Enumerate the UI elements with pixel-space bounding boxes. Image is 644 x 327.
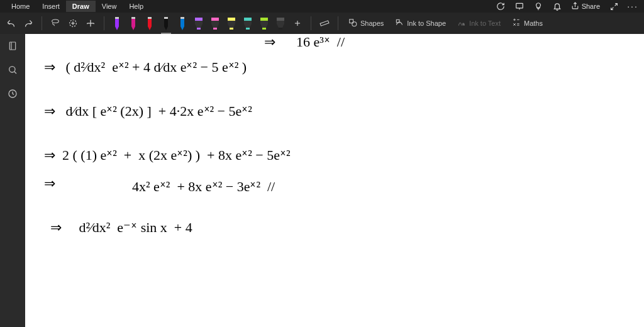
menubar: Home Insert Draw View Help Share ···	[0, 0, 644, 13]
share-button[interactable]: Share	[571, 2, 600, 11]
fullscreen-icon[interactable]	[609, 1, 619, 11]
insert-space-button[interactable]	[66, 16, 80, 30]
hw-line-3: ⇒ 2 ( (1) eˣ² + x (2x eˣ²) ) + 8x eˣ² − …	[44, 147, 291, 164]
svg-rect-27	[277, 18, 284, 21]
redo-button[interactable]	[21, 16, 35, 30]
svg-line-3	[614, 3, 617, 6]
maths-button[interactable]: Maths	[508, 17, 547, 30]
pen-blue[interactable]	[176, 15, 189, 31]
svg-rect-31	[320, 21, 329, 26]
svg-rect-15	[164, 17, 168, 19]
hl-yellow[interactable]	[225, 15, 238, 31]
pen-purple[interactable]	[111, 15, 123, 31]
bell-icon[interactable]	[552, 1, 562, 11]
shapes-button[interactable]: Shapes	[345, 17, 387, 30]
ink-to-shape-label: Ink to Shape	[407, 19, 446, 27]
maths-label: Maths	[524, 19, 543, 27]
lightbulb-icon[interactable]	[533, 1, 543, 11]
undo-button[interactable]	[4, 16, 18, 30]
svg-rect-25	[260, 18, 268, 21]
svg-point-45	[9, 67, 15, 72]
svg-line-4	[611, 7, 613, 9]
notebooks-icon[interactable]	[6, 39, 19, 53]
ruler-button[interactable]	[318, 16, 331, 30]
maths-icon	[512, 18, 521, 28]
menu-home[interactable]: Home	[5, 1, 36, 12]
pen-black[interactable]	[160, 15, 172, 31]
svg-rect-26	[262, 28, 266, 30]
ink-canvas[interactable]: ⇒ 16 e³ˣ // ⇒ ( d²⁄dx² eˣ² + 4 d⁄dx eˣ² …	[25, 34, 644, 327]
ink-to-text-icon: a	[457, 18, 466, 28]
lasso-select-button[interactable]	[48, 16, 62, 30]
svg-rect-12	[115, 17, 119, 19]
left-sidebar	[0, 34, 25, 327]
search-icon[interactable]	[6, 63, 19, 77]
hw-line-2: ⇒ d⁄dx [ eˣ² (2x) ] + 4·2x eˣ² − 5eˣ²	[44, 103, 252, 119]
pen-magenta[interactable]	[127, 15, 140, 31]
svg-rect-17	[195, 18, 203, 21]
svg-rect-23	[244, 18, 252, 21]
more-icon[interactable]: ···	[628, 1, 638, 11]
menu-insert[interactable]: Insert	[36, 1, 66, 12]
svg-rect-20	[213, 28, 217, 30]
ink-to-shape-button[interactable]: Ink to Shape	[391, 17, 450, 30]
svg-rect-43	[9, 42, 15, 50]
svg-text:a: a	[462, 22, 465, 26]
svg-rect-0	[516, 3, 523, 8]
hl-green[interactable]	[258, 15, 270, 31]
ink-to-text-label: Ink to Text	[469, 19, 501, 27]
svg-rect-21	[228, 18, 235, 21]
recent-icon[interactable]	[6, 87, 19, 101]
svg-rect-14	[148, 17, 152, 19]
svg-rect-28	[279, 28, 282, 30]
svg-rect-13	[131, 17, 135, 19]
svg-point-33	[352, 22, 357, 26]
eraser-button[interactable]	[84, 16, 97, 30]
share-label: Share	[582, 3, 600, 10]
hw-line-1: ⇒ ( d²⁄dx² eˣ² + 4 d⁄dx eˣ² − 5 eˣ² )	[44, 59, 247, 75]
svg-rect-16	[180, 17, 184, 19]
hw-line-4: ⇒	[44, 175, 55, 192]
pen-gallery	[111, 15, 304, 31]
svg-rect-18	[197, 28, 201, 30]
present-icon[interactable]	[514, 1, 525, 11]
draw-ribbon: Shapes Ink to Shape a Ink to Text Maths	[0, 13, 644, 34]
menu-help[interactable]: Help	[123, 1, 150, 12]
hw-line-5: ⇒ d²⁄dx² e⁻ˣ sin x + 4	[50, 219, 192, 236]
share-icon	[571, 2, 579, 11]
pen-red[interactable]	[143, 15, 156, 31]
shapes-label: Shapes	[360, 19, 384, 27]
hw-line-0: ⇒ 16 e³ˣ //	[264, 34, 345, 50]
svg-rect-24	[246, 28, 250, 30]
sync-icon[interactable]	[496, 1, 506, 11]
svg-rect-22	[230, 28, 233, 30]
hl-pink[interactable]	[209, 15, 221, 31]
hw-line-4b: 4x² eˣ² + 8x eˣ² − 3eˣ² //	[132, 179, 275, 195]
main-area: ⇒ 16 e³ˣ // ⇒ ( d²⁄dx² eˣ² + 4 d⁄dx eˣ² …	[0, 34, 644, 327]
svg-line-46	[14, 72, 16, 74]
ink-to-text-button: a Ink to Text	[453, 17, 504, 30]
svg-rect-19	[211, 18, 219, 21]
menu-view[interactable]: View	[96, 1, 123, 12]
ink-to-shape-icon	[395, 18, 404, 28]
hl-black[interactable]	[274, 15, 287, 31]
hl-purple[interactable]	[192, 15, 205, 31]
hl-teal[interactable]	[242, 15, 254, 31]
menu-draw[interactable]: Draw	[66, 1, 96, 12]
add-pen-button[interactable]	[291, 16, 304, 30]
shapes-icon	[348, 18, 357, 28]
